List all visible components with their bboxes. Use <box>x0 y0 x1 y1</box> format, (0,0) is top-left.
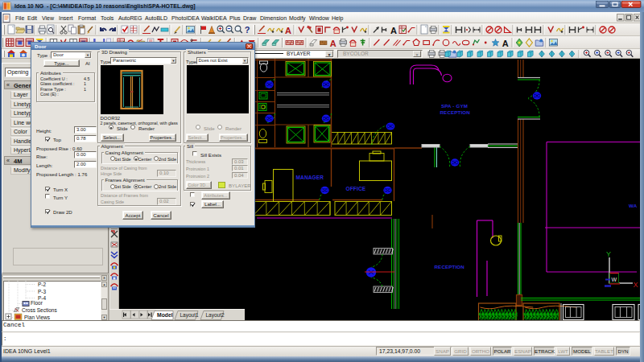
svg-text:Layout1: Layout1 <box>180 312 200 319</box>
svg-text:Floor: Floor <box>31 300 43 306</box>
svg-text:A: A <box>285 26 291 35</box>
svg-text:Y: Y <box>606 250 611 258</box>
svg-text:Layout2: Layout2 <box>206 312 225 319</box>
svg-text:A: A <box>390 26 397 35</box>
svg-text:SPA - GYM: SPA - GYM <box>441 103 468 109</box>
svg-text:?: ? <box>245 25 250 35</box>
svg-text:X: X <box>634 281 638 289</box>
svg-text:OFFICE: OFFICE <box>346 186 366 191</box>
svg-text:A: A <box>330 39 336 48</box>
svg-text:RECEPTION: RECEPTION <box>435 264 465 269</box>
svg-text:P-3: P-3 <box>38 289 47 294</box>
svg-text:Model: Model <box>157 312 173 318</box>
svg-text:WA: WA <box>629 203 638 208</box>
svg-text:Plan Views: Plan Views <box>24 315 51 320</box>
svg-text:A: A <box>502 39 509 48</box>
svg-text:P-2: P-2 <box>38 282 47 287</box>
svg-text:Cross Sections: Cross Sections <box>22 307 57 313</box>
svg-text:RECEPTION: RECEPTION <box>440 109 471 115</box>
svg-text:MANAGER: MANAGER <box>296 175 324 180</box>
svg-text:W: W <box>612 277 617 282</box>
